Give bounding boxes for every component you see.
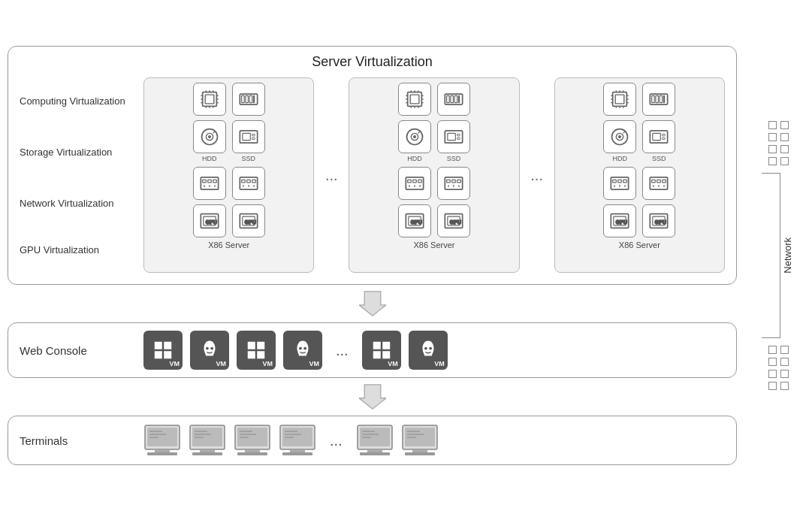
svg-rect-30: [213, 180, 216, 183]
terminal-4: [279, 424, 316, 457]
terminal-svg-5: [356, 424, 394, 457]
hdd-icon-2: [398, 120, 431, 153]
svg-rect-151: [257, 351, 264, 358]
svg-rect-157: [382, 351, 390, 358]
gpu-icon-3b: GPU: [642, 204, 675, 237]
dot-12: [780, 358, 789, 366]
dot-7: [768, 157, 777, 165]
computing-icons-1: [150, 83, 307, 116]
svg-point-146: [206, 347, 209, 350]
svg-rect-180: [245, 449, 260, 452]
nic-icon-2a: [398, 167, 431, 200]
terminal-svg-2: [189, 424, 226, 457]
ssd-icon-2: [437, 120, 470, 153]
terminal-3: [234, 424, 271, 457]
server-virtualization-box: Server Virtualization Computing Virtuali…: [8, 46, 737, 285]
terminal-5: [356, 424, 394, 457]
vm-windows-box-2: VM: [237, 331, 276, 370]
svg-text:GPU: GPU: [616, 219, 627, 225]
svg-rect-195: [360, 452, 390, 455]
svg-rect-77: [418, 180, 422, 183]
svg-rect-119: [663, 135, 666, 136]
gpu-icons-2: GPU GPU: [355, 204, 512, 237]
svg-rect-83: [452, 180, 456, 183]
server-col-3: HDD SSD: [554, 77, 725, 273]
nic-icon-3b: [642, 167, 675, 200]
ssd-with-label-1: SSD: [232, 120, 265, 162]
gpu-icons-1: GPU GPU: [150, 204, 307, 237]
terminals-dots: ...: [324, 432, 349, 449]
wc-vms-container: VM VM: [143, 331, 725, 370]
hdd-label-1: HDD: [202, 155, 217, 162]
server-col-1: HDD SSD: [143, 77, 314, 273]
ssd-icon-3: [642, 120, 675, 153]
svg-rect-144: [155, 351, 162, 358]
storage-icons-1: HDD SSD: [150, 120, 307, 162]
ssd-with-label-3: SSD: [642, 120, 675, 162]
terminal-6: [401, 424, 439, 457]
svg-rect-110: [656, 95, 659, 102]
gpu-icon-1b: GPU: [232, 204, 265, 237]
svg-rect-154: [373, 342, 380, 349]
row-label-network: Network Virtualization: [20, 198, 143, 209]
svg-rect-26: [252, 138, 255, 139]
vm-linux-2: VM: [283, 331, 322, 370]
svg-text:GPU: GPU: [411, 219, 422, 225]
memory-icon-1a: [232, 83, 265, 116]
svg-rect-111: [660, 95, 663, 102]
network-icons-1: [150, 167, 307, 200]
svg-line-69: [418, 132, 420, 133]
svg-rect-75: [408, 180, 412, 183]
arrow-svg-1: [359, 290, 386, 317]
dot-15: [768, 382, 777, 390]
gpu-icon-3a: GPU: [603, 204, 636, 237]
svg-point-158: [424, 347, 427, 350]
svg-rect-71: [448, 133, 456, 140]
svg-rect-17: [249, 95, 252, 102]
svg-text:GPU: GPU: [244, 219, 255, 225]
server-col-1-rows: HDD SSD: [150, 83, 307, 237]
hdd-with-label-1: HDD: [193, 120, 226, 162]
vm-windows-box-1: VM: [143, 331, 183, 370]
svg-rect-167: [147, 452, 177, 455]
vm-label-l1: VM: [216, 360, 227, 367]
cpu-icon-1a: [193, 83, 226, 116]
server-3-label: X86 Server: [619, 240, 660, 249]
terminal-svg-6: [401, 424, 439, 457]
computing-icons-2: [355, 83, 512, 116]
svg-marker-141: [359, 292, 386, 316]
svg-rect-74: [406, 177, 423, 189]
memory-icon-2a: [437, 83, 470, 116]
gpu-icon-2a: GPU: [398, 204, 431, 237]
svg-rect-174: [192, 452, 222, 455]
svg-rect-142: [155, 342, 162, 349]
wc-dots: ...: [330, 342, 355, 359]
cpu-icon-3a: [603, 83, 636, 116]
dot-10: [780, 346, 789, 354]
dot-9: [768, 346, 777, 354]
svg-line-22: [213, 132, 214, 133]
svg-rect-35: [241, 180, 245, 183]
svg-rect-124: [623, 180, 627, 183]
terminal-svg-1: [143, 424, 181, 457]
vm-label-w2: VM: [263, 360, 273, 367]
dots-separator-2: ...: [526, 77, 548, 273]
svg-rect-166: [155, 449, 170, 452]
main-container: Server Virtualization Computing Virtuali…: [0, 0, 812, 511]
left-section: Server Virtualization Computing Virtuali…: [0, 38, 752, 473]
vm-linux-box-3: VM: [409, 331, 448, 370]
svg-rect-37: [252, 180, 255, 183]
svg-rect-118: [653, 133, 661, 140]
svg-point-152: [299, 347, 302, 350]
sv-title: Server Virtualization: [20, 54, 725, 70]
svg-rect-28: [202, 180, 206, 183]
dot-4: [780, 133, 789, 141]
top-dots-grid: [768, 121, 789, 165]
hdd-with-label-3: HDD: [603, 120, 636, 162]
svg-rect-181: [237, 452, 267, 455]
svg-rect-201: [412, 449, 427, 452]
svg-rect-143: [164, 342, 171, 349]
network-connector: Network: [762, 173, 795, 338]
vm-linux-1: VM: [190, 331, 229, 370]
svg-rect-109: [652, 95, 655, 102]
